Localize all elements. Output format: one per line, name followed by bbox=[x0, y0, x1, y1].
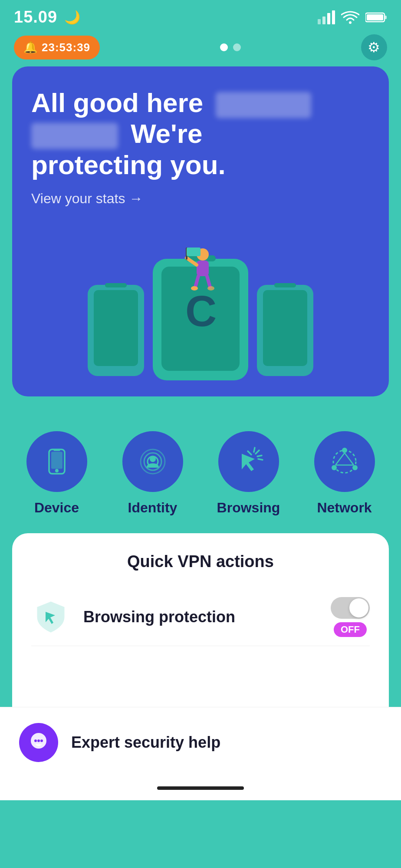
main-card: All good here We're protecting you. View… bbox=[12, 66, 389, 396]
svg-marker-36 bbox=[242, 454, 255, 471]
expert-label: Expert security help bbox=[71, 733, 220, 752]
svg-point-45 bbox=[332, 465, 337, 470]
svg-rect-22 bbox=[187, 248, 200, 256]
browsing-icon bbox=[233, 446, 264, 477]
svg-rect-7 bbox=[367, 14, 383, 20]
browsing-protection-icon-wrap bbox=[31, 597, 70, 637]
dot-2[interactable] bbox=[233, 43, 241, 51]
status-left: 15.09 🌙 bbox=[14, 8, 80, 26]
svg-point-51 bbox=[34, 739, 37, 742]
svg-line-39 bbox=[254, 448, 255, 452]
bell-icon: 🔔 bbox=[23, 41, 37, 54]
notification-badge[interactable]: 🔔 23:53:39 bbox=[14, 36, 100, 59]
category-device[interactable]: Device bbox=[22, 431, 92, 516]
illustration: C bbox=[31, 233, 370, 380]
browsing-protection-item: Browsing protection OFF bbox=[31, 588, 370, 646]
card-title: All good here We're protecting you. bbox=[31, 87, 370, 180]
browsing-protection-icon bbox=[33, 600, 68, 634]
view-stats-link[interactable]: View your stats → bbox=[31, 191, 143, 207]
status-right bbox=[318, 10, 387, 24]
phones-illustration: C bbox=[75, 241, 326, 380]
device-label: Device bbox=[34, 500, 79, 516]
svg-line-38 bbox=[257, 455, 262, 456]
identity-label: Identity bbox=[128, 500, 177, 516]
toggle-knob bbox=[349, 598, 368, 617]
quick-vpn-section: Quick VPN actions Browsing protection OF… bbox=[12, 533, 389, 707]
categories-section: Device Identity bbox=[0, 409, 401, 533]
card-title-line2: We're bbox=[123, 119, 202, 149]
svg-rect-3 bbox=[332, 10, 335, 24]
svg-line-41 bbox=[258, 459, 263, 460]
network-circle bbox=[314, 431, 375, 492]
svg-point-29 bbox=[55, 469, 59, 472]
expert-icon-wrap bbox=[19, 723, 58, 762]
svg-point-26 bbox=[207, 286, 214, 290]
category-identity[interactable]: Identity bbox=[118, 431, 187, 516]
svg-rect-13 bbox=[274, 283, 296, 287]
moon-icon: 🌙 bbox=[64, 10, 80, 25]
expert-chat-icon bbox=[27, 731, 50, 754]
svg-point-44 bbox=[352, 465, 358, 470]
svg-point-43 bbox=[342, 448, 347, 453]
blurred-name-1 bbox=[216, 92, 311, 118]
svg-text:C: C bbox=[185, 287, 217, 335]
svg-line-40 bbox=[248, 451, 251, 455]
battery-icon bbox=[365, 11, 387, 23]
browsing-protection-label: Browsing protection bbox=[83, 608, 318, 626]
category-network[interactable]: Network bbox=[310, 431, 379, 516]
svg-line-47 bbox=[335, 453, 345, 465]
browsing-label: Browsing bbox=[217, 500, 280, 516]
svg-rect-31 bbox=[51, 452, 62, 469]
toggle-wrap: OFF bbox=[331, 597, 370, 637]
svg-point-52 bbox=[37, 739, 40, 742]
svg-rect-12 bbox=[263, 290, 307, 366]
network-label: Network bbox=[317, 500, 371, 516]
svg-rect-2 bbox=[327, 13, 330, 24]
device-circle bbox=[26, 431, 87, 492]
dot-1[interactable] bbox=[220, 43, 228, 51]
gear-icon: ⚙ bbox=[368, 39, 380, 56]
status-time: 15.09 bbox=[14, 8, 57, 26]
svg-rect-1 bbox=[322, 17, 325, 24]
svg-rect-0 bbox=[318, 19, 321, 24]
wifi-icon bbox=[341, 10, 359, 24]
identity-icon bbox=[137, 446, 168, 477]
notification-time: 23:53:39 bbox=[42, 41, 90, 54]
home-indicator bbox=[0, 779, 401, 800]
svg-line-46 bbox=[345, 453, 354, 465]
blurred-name-2 bbox=[31, 123, 118, 149]
top-bar: 🔔 23:53:39 ⚙ bbox=[0, 31, 401, 66]
svg-line-37 bbox=[256, 450, 259, 454]
browsing-circle bbox=[218, 431, 279, 492]
category-browsing[interactable]: Browsing bbox=[214, 431, 283, 516]
card-title-line1: All good here bbox=[31, 88, 210, 118]
svg-rect-6 bbox=[385, 16, 387, 19]
svg-point-25 bbox=[191, 286, 198, 290]
signal-icon bbox=[318, 10, 335, 24]
browsing-protection-toggle[interactable] bbox=[331, 597, 370, 619]
svg-point-53 bbox=[40, 739, 43, 742]
expert-section[interactable]: Expert security help bbox=[0, 707, 401, 779]
home-bar bbox=[157, 786, 244, 790]
status-bar: 15.09 🌙 bbox=[0, 0, 401, 31]
svg-rect-10 bbox=[105, 283, 127, 287]
identity-circle bbox=[122, 431, 183, 492]
svg-point-4 bbox=[349, 21, 352, 24]
settings-button[interactable]: ⚙ bbox=[361, 34, 387, 60]
card-title-line3: protecting you. bbox=[31, 150, 226, 180]
quick-vpn-title: Quick VPN actions bbox=[31, 552, 370, 571]
svg-rect-19 bbox=[197, 261, 209, 276]
svg-rect-9 bbox=[94, 290, 138, 366]
device-icon bbox=[41, 446, 72, 477]
pagination-dots bbox=[220, 43, 241, 51]
network-icon bbox=[329, 446, 360, 477]
svg-point-35 bbox=[150, 456, 156, 462]
off-badge: OFF bbox=[334, 622, 367, 637]
